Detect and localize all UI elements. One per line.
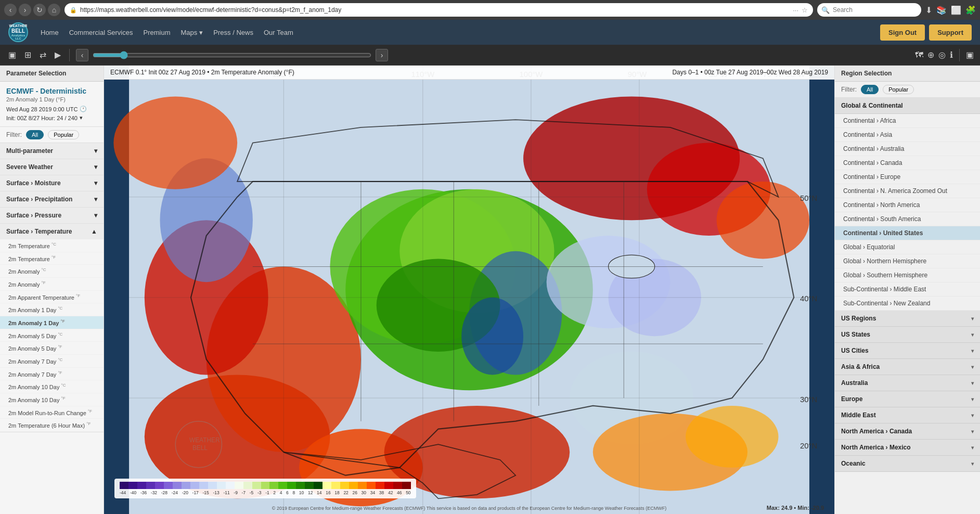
param-item[interactable]: 2m Anomaly 5 Day °F <box>0 342 104 355</box>
legend-color-segment <box>146 482 155 489</box>
legend-labels: -44-40-36-32-28-24-20-17-15-13-11-9-7-5-… <box>120 490 411 495</box>
region-item[interactable]: Sub-Continental › New Zealand <box>835 297 980 311</box>
region-section-expandable[interactable]: North America › Mexico▾ <box>835 440 980 456</box>
region-item[interactable]: Continental › United States <box>835 226 980 240</box>
forward-button[interactable]: › <box>19 4 31 16</box>
legend-bar <box>120 482 411 489</box>
region-item[interactable]: Continental › South America <box>835 212 980 226</box>
star-icon[interactable]: ☆ <box>802 6 808 14</box>
region-section-expandable[interactable]: Asia & Africa▾ <box>835 359 980 375</box>
param-section-header[interactable]: Surface › Precipitation▾ <box>0 191 104 207</box>
legend-color-segment <box>208 482 217 489</box>
nav-maps[interactable]: Maps ▾ <box>181 29 203 36</box>
info-icon[interactable]: ℹ <box>950 50 953 60</box>
param-section: Surface › Pressure▾ <box>0 208 104 224</box>
play-icon[interactable]: ▶ <box>53 48 63 62</box>
region-item[interactable]: Continental › Australia <box>835 142 980 156</box>
window-icon[interactable]: ⬜ <box>951 5 961 15</box>
extensions-icon[interactable]: 🧩 <box>965 5 976 15</box>
region-section-expandable[interactable]: North America › Canada▾ <box>835 423 980 440</box>
param-item[interactable]: 2m Anomaly 1 Day °C <box>0 303 104 316</box>
param-item[interactable]: 2m Anomaly 7 Day °C <box>0 355 104 368</box>
filter-popular-button[interactable]: Popular <box>48 130 79 139</box>
region-filter-popular-button[interactable]: Popular <box>883 85 914 94</box>
region-section-expandable[interactable]: US States▾ <box>835 327 980 343</box>
sidebar-toggle-icon[interactable]: ▣ <box>6 48 18 62</box>
param-item[interactable]: 2m Temperature °C <box>0 239 104 252</box>
region-item[interactable]: Continental › Asia <box>835 128 980 142</box>
nav-press[interactable]: Press / News <box>213 29 253 36</box>
param-section-header[interactable]: Surface › Moisture▾ <box>0 175 104 191</box>
region-section-expandable[interactable]: US Regions▾ <box>835 311 980 327</box>
next-frame-button[interactable]: › <box>376 49 388 61</box>
library-icon[interactable]: 📚 <box>936 5 947 15</box>
param-item[interactable]: 2m Anomaly 10 Day °C <box>0 380 104 393</box>
dropdown-arrow-icon[interactable]: ▾ <box>80 114 83 121</box>
param-section-header[interactable]: Multi-parameter▾ <box>0 143 104 159</box>
legend-label: -32 <box>151 490 157 495</box>
region-filter-all-button[interactable]: All <box>861 85 879 94</box>
prev-frame-button[interactable]: ‹ <box>76 49 88 61</box>
legend-label: -13 <box>213 490 219 495</box>
param-section-header[interactable]: Severe Weather▾ <box>0 159 104 175</box>
region-item[interactable]: Global › Northern Hemisphere <box>835 254 980 268</box>
target-icon[interactable]: ◎ <box>938 50 946 60</box>
region-item[interactable]: Continental › Europe <box>835 170 980 184</box>
param-item[interactable]: 2m Temperature °F <box>0 252 104 265</box>
region-list: Global & ContinentalContinental › Africa… <box>835 98 980 514</box>
region-item[interactable]: Global › Southern Hemisphere <box>835 268 980 282</box>
map-layers-icon[interactable]: 🗺 <box>915 50 923 60</box>
map-legend: -44-40-36-32-28-24-20-17-15-13-11-9-7-5-… <box>114 479 416 498</box>
refresh-button[interactable]: ↻ <box>33 4 46 16</box>
legend-label: 38 <box>379 490 384 495</box>
back-button[interactable]: ‹ <box>4 4 17 16</box>
region-section-expandable[interactable]: Australia▾ <box>835 375 980 391</box>
param-item[interactable]: 2m Anomaly 5 Day °C <box>0 329 104 342</box>
param-item[interactable]: 2m Model Run-to-Run Change °F <box>0 406 104 419</box>
region-item[interactable]: Continental › Canada <box>835 156 980 170</box>
param-item[interactable]: 2m Anomaly 10 Day °F <box>0 393 104 406</box>
home-button[interactable]: ⌂ <box>48 4 60 16</box>
param-item[interactable]: 2m Apparent Temperature °F <box>0 291 104 304</box>
lock-icon: 🔒 <box>70 7 77 14</box>
logo: WEATHER BELL Analytics LLC <box>8 22 28 42</box>
map-area: ECMWF 0.1° Init 00z 27 Aug 2019 • 2m Tem… <box>104 66 834 514</box>
param-item[interactable]: 2m Anomaly °F <box>0 278 104 291</box>
param-item[interactable]: 2m Temperature (6 Hour Max) °F <box>0 419 104 432</box>
nav-team[interactable]: Our Team <box>264 29 293 36</box>
download-icon[interactable]: ⬇ <box>925 5 932 15</box>
region-item[interactable]: Sub-Continental › Middle East <box>835 282 980 297</box>
region-item[interactable]: Global › Equatorial <box>835 240 980 254</box>
nav-commercial[interactable]: Commercial Services <box>69 29 133 36</box>
param-section-header[interactable]: Surface › Temperature▲ <box>0 224 104 239</box>
nav-premium[interactable]: Premium <box>144 29 171 36</box>
search-bar[interactable]: 🔍 <box>817 3 921 17</box>
support-button[interactable]: Support <box>929 24 972 41</box>
region-item[interactable]: Continental › N. America Zoomed Out <box>835 184 980 198</box>
legend-label: 12 <box>308 490 313 495</box>
crosshair-icon[interactable]: ⊕ <box>927 50 934 60</box>
region-section-expandable[interactable]: US Cities▾ <box>835 343 980 359</box>
filter-all-button[interactable]: All <box>26 130 44 139</box>
legend-label: 10 <box>299 490 304 495</box>
panel-toggle-icon[interactable]: ▣ <box>966 50 974 60</box>
signout-button[interactable]: Sign Out <box>880 24 925 41</box>
sync-icon[interactable]: ⇄ <box>37 48 48 62</box>
legend-label: 42 <box>388 490 393 495</box>
param-item[interactable]: 2m Anomaly 7 Day °F <box>0 368 104 381</box>
region-item[interactable]: Continental › Africa <box>835 114 980 128</box>
region-section-expandable[interactable]: Oceanic▾ <box>835 456 980 472</box>
region-item[interactable]: Continental › North America <box>835 198 980 212</box>
legend-label: 26 <box>352 490 357 495</box>
address-bar[interactable]: 🔒 https://maps.weatherbell.com/view/mode… <box>65 3 813 17</box>
param-section-header[interactable]: Surface › Pressure▾ <box>0 208 104 223</box>
region-section-expandable[interactable]: Middle East▾ <box>835 407 980 423</box>
legend-color-segment <box>217 482 226 489</box>
param-item[interactable]: 2m Anomaly 1 Day °F <box>0 316 104 329</box>
param-item[interactable]: 2m Anomaly °C <box>0 265 104 278</box>
region-section-expandable[interactable]: Europe▾ <box>835 391 980 407</box>
frame-slider[interactable] <box>93 51 371 59</box>
nav-home[interactable]: Home <box>41 29 59 36</box>
grid-icon[interactable]: ⊞ <box>22 48 33 62</box>
search-input[interactable] <box>833 6 917 14</box>
